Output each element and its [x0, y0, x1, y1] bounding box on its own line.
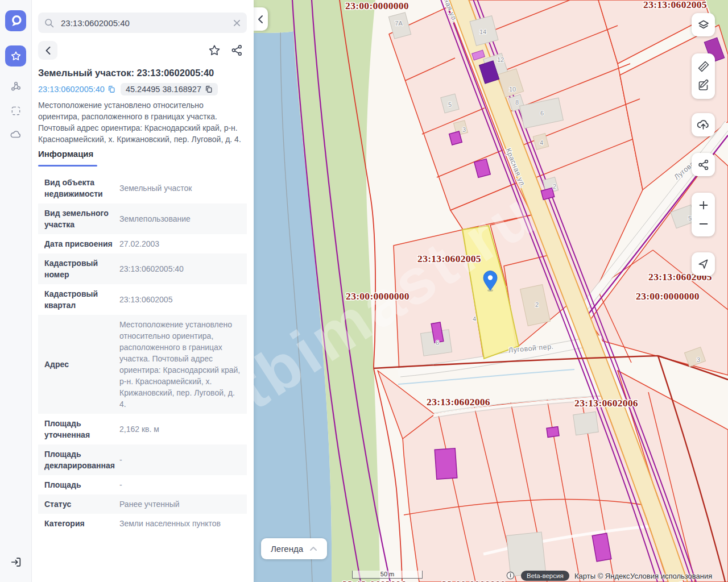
building-number: 2 [553, 183, 556, 190]
app-window: tbimast.ru [0, 0, 728, 582]
map-info-button[interactable] [506, 571, 515, 582]
favorite-object-button[interactable] [207, 43, 221, 57]
chevron-left-icon [45, 46, 51, 55]
building-number: 6 [436, 339, 439, 346]
layers-icon [697, 18, 710, 32]
quarter-label: 23:00:0000000 [346, 290, 410, 302]
measure-edit-group[interactable] [692, 53, 715, 99]
quarter-label: 23:13:0602005 [643, 0, 707, 10]
building-number: 6 [540, 110, 544, 117]
zoom-in-icon[interactable] [697, 199, 710, 211]
search-bar[interactable] [38, 13, 247, 33]
info-table: Вид объекта недвижимостиЗемельный участо… [38, 173, 247, 533]
coordinates-chip[interactable]: 45.24495 38.168927 [121, 83, 218, 95]
table-row: Вид объекта недвижимостиЗемельный участо… [38, 173, 247, 203]
quarter-label: 23:00:0000000 [636, 290, 700, 302]
zoom-out-icon[interactable] [697, 218, 710, 230]
clear-search-icon[interactable] [233, 19, 241, 27]
sidebar-item-favorites[interactable] [5, 45, 26, 66]
back-button[interactable] [38, 41, 57, 60]
building-number: 7А [395, 20, 403, 27]
share-map-button[interactable] [692, 153, 715, 176]
share-icon [230, 44, 243, 57]
scale-value: 50 m [380, 571, 394, 577]
tab-information[interactable]: Информация [38, 149, 93, 159]
building-number: 4 [473, 315, 476, 322]
map-scale-bar: 50 m [352, 571, 423, 579]
table-row: СтатусРанее учтенный [38, 494, 247, 514]
building-number: 5 [448, 101, 452, 108]
search-input[interactable] [60, 18, 233, 28]
chevron-left-icon [258, 15, 264, 24]
app-sidebar [0, 0, 32, 582]
zoom-control[interactable] [692, 193, 715, 236]
table-row: Вид земельного участкаЗемлепользование [38, 203, 247, 234]
terms-label: Условия использования [630, 572, 712, 580]
copy-icon[interactable] [205, 85, 213, 93]
object-description: Местоположение установлено относительно … [38, 99, 246, 145]
table-row: АдресМестоположение установлено относите… [38, 315, 247, 414]
cadastral-number-value: 23:13:0602005:40 [38, 85, 105, 94]
navigation-arrow-icon [697, 257, 710, 271]
table-row: Дата присвоения27.02.2003 [38, 234, 247, 253]
collapse-panel-button[interactable] [254, 7, 268, 31]
object-title: Земельный участок: 23:13:0602005:40 [38, 68, 249, 78]
beta-badge: Beta-версия [521, 571, 569, 581]
sidebar-item-graph[interactable] [5, 76, 26, 97]
copy-icon[interactable] [107, 85, 115, 93]
table-row: Площадь декларированная- [38, 444, 247, 475]
edit-icon[interactable] [697, 79, 710, 93]
legend-label: Легенда [271, 544, 303, 554]
share-icon [697, 159, 710, 171]
star-icon [10, 50, 22, 63]
chevron-up-icon [309, 546, 317, 551]
selection-icon [10, 105, 22, 117]
cloud-icon [10, 128, 22, 141]
copyright-label: Карты © Яндекс [574, 572, 630, 580]
beta-label: Beta-версия [527, 572, 564, 579]
legend-button[interactable]: Легенда [261, 538, 327, 559]
building-number: 4 [540, 139, 543, 146]
building-number: 8 [515, 99, 519, 106]
quarter-label: 23:13:0602005 [417, 253, 481, 264]
upload-button[interactable] [692, 113, 715, 136]
quarter-label: 23:13:0602006 [427, 396, 490, 408]
details-panel: Земельный участок: 23:13:0602005:40 23:1… [31, 0, 254, 582]
layers-button[interactable] [692, 13, 715, 36]
tab-underline [38, 165, 97, 167]
coordinates-value: 45.24495 38.168927 [126, 85, 201, 94]
building-number: 3 [462, 126, 466, 133]
logout-icon [10, 556, 22, 568]
sidebar-item-cloud[interactable] [5, 124, 26, 145]
locate-button[interactable] [692, 252, 715, 276]
star-outline-icon [208, 44, 221, 57]
table-row: Площадь уточненная2,162 кв. м [38, 414, 247, 444]
quarter-label: 23:13:0602006 [574, 397, 638, 409]
sidebar-item-selection[interactable] [5, 100, 26, 121]
quarter-label: 23:00:0000000 [442, 579, 506, 582]
ruler-icon[interactable] [697, 60, 710, 73]
building-number: 2 [535, 301, 539, 308]
nodes-icon [10, 80, 22, 93]
share-object-button[interactable] [230, 43, 244, 57]
info-icon [506, 571, 515, 580]
scroll-fade [31, 532, 254, 582]
building-number: 12 [497, 56, 504, 63]
table-row: Кадастровый квартал23:13:0602005 [38, 284, 247, 315]
logout-button[interactable] [5, 551, 26, 572]
cloud-upload-icon [696, 118, 710, 132]
map-copyright[interactable]: Карты © Яндекс [574, 572, 630, 580]
quarter-label: 23:13:0602006 [342, 579, 406, 582]
table-row: Площадь- [38, 475, 247, 494]
quarter-label: 23:00:0000000 [345, 0, 409, 11]
app-logo[interactable] [5, 10, 26, 31]
table-row: Кадастровый номер23:13:0602005:40 [38, 253, 247, 284]
building-number: 3 [697, 356, 700, 363]
building-number: 10 [509, 86, 516, 93]
building-number: 14 [479, 28, 486, 35]
search-icon [44, 18, 55, 28]
cadastral-number-link[interactable]: 23:13:0602005:40 [38, 85, 115, 94]
logo-icon [7, 12, 25, 30]
table-row: КатегорияЗемли населенных пунктов [38, 514, 247, 533]
terms-link[interactable]: Условия использования [630, 572, 712, 580]
